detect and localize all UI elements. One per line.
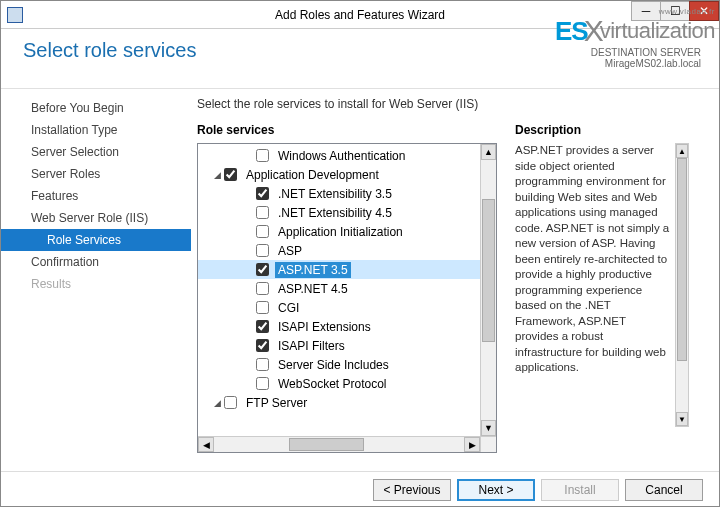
tree-row[interactable]: Application Development — [198, 165, 480, 184]
wizard-nav: Before You BeginInstallation TypeServer … — [1, 89, 191, 471]
tree-label: FTP Server — [243, 395, 310, 411]
nav-item[interactable]: Server Selection — [1, 141, 191, 163]
nav-item[interactable]: Installation Type — [1, 119, 191, 141]
tree-label: WebSocket Protocol — [275, 376, 390, 392]
tree-label: ASP.NET 3.5 — [275, 262, 351, 278]
collapse-icon[interactable] — [212, 170, 222, 180]
instruction-text: Select the role services to install for … — [197, 97, 709, 111]
tree-row[interactable]: ASP.NET 4.5 — [198, 279, 480, 298]
tree-row[interactable]: CGI — [198, 298, 480, 317]
nav-item[interactable]: Features — [1, 185, 191, 207]
tree-label: CGI — [275, 300, 302, 316]
tree-checkbox[interactable] — [256, 339, 269, 352]
minimize-button[interactable]: ─ — [631, 1, 661, 21]
tree-checkbox[interactable] — [256, 301, 269, 314]
tree-label: Windows Authentication — [275, 148, 408, 164]
scroll-thumb[interactable] — [289, 438, 364, 451]
tree-checkbox[interactable] — [256, 282, 269, 295]
tree-row[interactable]: .NET Extensibility 4.5 — [198, 203, 480, 222]
tree-checkbox[interactable] — [256, 187, 269, 200]
title-bar: Add Roles and Features Wizard ─ ☐ ✕ — [1, 1, 719, 29]
tree-checkbox[interactable] — [256, 320, 269, 333]
tree-row[interactable]: WebSocket Protocol — [198, 374, 480, 393]
tree-checkbox[interactable] — [256, 377, 269, 390]
tree-label: ASP — [275, 243, 305, 259]
tree-checkbox[interactable] — [256, 263, 269, 276]
scroll-down-icon[interactable]: ▼ — [481, 420, 496, 436]
nav-item[interactable]: Role Services — [1, 229, 191, 251]
tree-label: Application Development — [243, 167, 382, 183]
tree-row[interactable]: Server Side Includes — [198, 355, 480, 374]
scroll-left-icon[interactable]: ◀ — [198, 437, 214, 452]
tree-label: ASP.NET 4.5 — [275, 281, 351, 297]
scroll-up-icon[interactable]: ▲ — [481, 144, 496, 160]
tree-row[interactable]: ISAPI Extensions — [198, 317, 480, 336]
tree-label: Server Side Includes — [275, 357, 392, 373]
role-services-heading: Role services — [197, 123, 497, 137]
scroll-right-icon[interactable]: ▶ — [464, 437, 480, 452]
scroll-down-icon[interactable]: ▼ — [676, 412, 688, 426]
tree-checkbox[interactable] — [256, 244, 269, 257]
collapse-icon[interactable] — [212, 398, 222, 408]
nav-item[interactable]: Web Server Role (IIS) — [1, 207, 191, 229]
horizontal-scrollbar[interactable]: ◀ ▶ — [198, 436, 480, 452]
tree-checkbox[interactable] — [256, 225, 269, 238]
tree-checkbox[interactable] — [256, 358, 269, 371]
app-icon — [7, 7, 23, 23]
tree-label: Application Initialization — [275, 224, 406, 240]
description-heading: Description — [515, 123, 685, 137]
wizard-footer: < Previous Next > Install Cancel — [1, 471, 719, 507]
window-title: Add Roles and Features Wizard — [275, 8, 445, 22]
cancel-button[interactable]: Cancel — [625, 479, 703, 501]
tree-checkbox[interactable] — [224, 168, 237, 181]
destination-server: DESTINATION SERVER MirageMS02.lab.local — [591, 47, 701, 69]
description-text: ASP.NET provides a server side object or… — [515, 143, 685, 423]
tree-checkbox[interactable] — [224, 396, 237, 409]
tree-row[interactable]: ASP.NET 3.5 — [198, 260, 480, 279]
tree-row[interactable]: FTP Server — [198, 393, 480, 412]
scroll-up-icon[interactable]: ▲ — [676, 144, 688, 158]
nav-item: Results — [1, 273, 191, 295]
scroll-thumb[interactable] — [482, 199, 495, 342]
tree-row[interactable]: ASP — [198, 241, 480, 260]
tree-label: ISAPI Filters — [275, 338, 348, 354]
tree-label: ISAPI Extensions — [275, 319, 374, 335]
vertical-scrollbar[interactable]: ▲ ▼ — [480, 144, 496, 436]
previous-button[interactable]: < Previous — [373, 479, 451, 501]
nav-item[interactable]: Confirmation — [1, 251, 191, 273]
tree-row[interactable]: Application Initialization — [198, 222, 480, 241]
tree-row[interactable]: ISAPI Filters — [198, 336, 480, 355]
nav-item[interactable]: Server Roles — [1, 163, 191, 185]
tree-row[interactable]: .NET Extensibility 3.5 — [198, 184, 480, 203]
tree-label: .NET Extensibility 4.5 — [275, 205, 395, 221]
next-button[interactable]: Next > — [457, 479, 535, 501]
tree-row[interactable]: Windows Authentication — [198, 146, 480, 165]
install-button[interactable]: Install — [541, 479, 619, 501]
nav-item[interactable]: Before You Begin — [1, 97, 191, 119]
maximize-button[interactable]: ☐ — [660, 1, 690, 21]
close-button[interactable]: ✕ — [689, 1, 719, 21]
tree-checkbox[interactable] — [256, 149, 269, 162]
header: Select role services DESTINATION SERVER … — [1, 29, 719, 89]
scroll-thumb[interactable] — [677, 158, 687, 361]
tree-label: .NET Extensibility 3.5 — [275, 186, 395, 202]
description-scrollbar[interactable]: ▲ ▼ — [675, 143, 689, 427]
role-services-tree[interactable]: Windows AuthenticationApplication Develo… — [197, 143, 497, 453]
tree-checkbox[interactable] — [256, 206, 269, 219]
